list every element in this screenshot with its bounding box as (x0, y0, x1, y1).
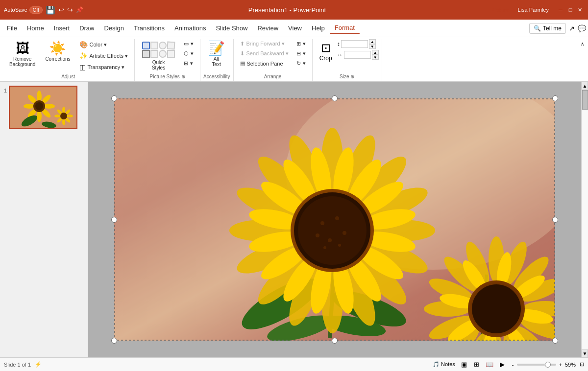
status-right: 🎵 Notes ▣ ⊞ 📖 ▶ - + 59% ⊡ (433, 359, 584, 370)
zoom-thumb[interactable] (545, 362, 551, 368)
tell-me-label: Tell me (543, 25, 562, 32)
zoom-percent: 59% (565, 362, 576, 368)
quick-styles-button[interactable]: QuickStyles (138, 39, 179, 73)
size-expand[interactable]: ⊕ (350, 74, 354, 79)
menu-insert[interactable]: Insert (49, 23, 75, 34)
menu-help[interactable]: Help (307, 23, 330, 34)
right-scrollbar: ▲ ▼ (581, 82, 588, 357)
menu-file[interactable]: File (2, 23, 22, 34)
style-swatch-7 (159, 50, 167, 58)
menu-draw[interactable]: Draw (74, 23, 99, 34)
selection-pane-button[interactable]: ▤ Selection Pane (237, 59, 292, 68)
zoom-slider[interactable] (517, 364, 556, 366)
scroll-up-button[interactable]: ▲ (582, 82, 588, 90)
send-backward-button[interactable]: ⬇ Send Backward ▾ (237, 49, 292, 58)
artistic-effects-label: Artistic Effects ▾ (90, 53, 128, 59)
height-input[interactable]: 7.5" (341, 40, 368, 48)
handle-middle-left[interactable] (111, 217, 117, 223)
autosave-toggle[interactable]: Off (29, 6, 43, 14)
status-left: Slide 1 of 1 ⚡ (4, 361, 42, 368)
slide-image[interactable] (114, 98, 555, 341)
color-icon: 🎨 (79, 41, 88, 48)
handle-bottom-right[interactable] (552, 338, 558, 344)
style-swatch-5 (142, 50, 150, 58)
tell-me-input[interactable]: 🔍 Tell me (529, 23, 566, 34)
undo-icon[interactable]: ↩ (58, 6, 64, 14)
zoom-plus-button[interactable]: + (558, 362, 563, 368)
arrange-content: ⬆ Bring Forward ▾ ⬇ Send Backward ▾ ▤ Se… (237, 39, 309, 73)
collapse-icon[interactable]: ∧ (581, 41, 584, 46)
menu-format[interactable]: Format (330, 22, 360, 34)
style-swatch-4 (167, 42, 175, 50)
handle-middle-right[interactable] (552, 217, 558, 223)
slide-thumbnail-1[interactable]: 1 (4, 86, 84, 129)
crop-button[interactable]: ⊡ Crop (316, 39, 336, 64)
width-down-button[interactable]: ▼ (372, 55, 379, 60)
transparency-button[interactable]: ◫ Transparency ▾ (76, 62, 132, 72)
redo-icon[interactable]: ↪ (67, 6, 73, 14)
bring-forward-button[interactable]: ⬆ Bring Forward ▾ (237, 39, 292, 48)
remove-background-button[interactable]: 🖼 RemoveBackground (5, 39, 40, 70)
slide-number-1: 1 (4, 88, 7, 93)
size-content: ⊡ Crop ↕ 7.5" ▲ ▼ ↔ 13.33" (316, 39, 379, 73)
reading-view-button[interactable]: 📖 (484, 359, 495, 370)
save-icon[interactable]: 💾 (46, 5, 55, 15)
alt-text-icon: 📝 (208, 42, 225, 55)
artistic-effects-button[interactable]: ✨ Artistic Effects ▾ (76, 50, 132, 61)
menu-home[interactable]: Home (22, 23, 49, 34)
customize-icon[interactable]: 📌 (76, 6, 83, 13)
handle-top-center[interactable] (332, 95, 338, 101)
width-spinners: ▲ ▼ (372, 50, 379, 60)
slide-sorter-button[interactable]: ⊞ (471, 359, 483, 370)
picture-styles-label: Picture Styles ⊕ (138, 73, 197, 80)
handle-bottom-center[interactable] (332, 338, 338, 344)
notes-button[interactable]: 🎵 Notes (433, 361, 455, 368)
height-down-button[interactable]: ▼ (369, 44, 376, 49)
width-input[interactable]: 13.33" (344, 51, 371, 59)
slide-preview-1[interactable] (9, 86, 77, 129)
crop-label: Crop (319, 55, 332, 62)
close-button[interactable]: ✕ (576, 6, 584, 14)
alt-text-button[interactable]: 📝 AltText (203, 39, 229, 70)
width-up-button[interactable]: ▲ (372, 50, 379, 55)
menu-view[interactable]: View (283, 23, 307, 34)
handle-bottom-left[interactable] (111, 338, 117, 344)
color-button[interactable]: 🎨 Color ▾ (76, 39, 132, 50)
maximize-button[interactable]: □ (566, 6, 574, 14)
fit-to-window-button[interactable]: ⊡ (580, 361, 584, 368)
slideshow-view-button[interactable]: ▶ (496, 359, 508, 370)
scroll-thumb[interactable] (582, 90, 588, 110)
menu-review[interactable]: Review (252, 23, 283, 34)
comment-icon[interactable]: 💬 (578, 24, 586, 32)
picture-effects-button[interactable]: ⬡ ▾ (180, 49, 197, 58)
ribbon-collapse[interactable]: ∧ (579, 39, 586, 81)
group-button[interactable]: ⊟ ▾ (293, 49, 309, 58)
normal-view-button[interactable]: ▣ (458, 359, 470, 370)
zoom-minus-button[interactable]: - (511, 362, 515, 368)
picture-effect-col: ▭ ▾ ⬡ ▾ ⊞ ▾ (180, 39, 197, 68)
align-button[interactable]: ⊞ ▾ (293, 39, 309, 48)
picture-border-button[interactable]: ▭ ▾ (180, 39, 197, 48)
svg-point-68 (335, 216, 339, 220)
artistic-effects-icon: ✨ (79, 52, 88, 60)
share-icon[interactable]: ↗ (569, 24, 575, 32)
svg-point-11 (35, 102, 43, 110)
picture-layout-button[interactable]: ⊞ ▾ (180, 59, 197, 68)
handle-top-left[interactable] (111, 95, 117, 101)
menu-slideshow[interactable]: Slide Show (211, 23, 252, 34)
corrections-button[interactable]: ☀️ Corrections (41, 39, 74, 64)
height-row: ↕ 7.5" ▲ ▼ (337, 39, 379, 49)
width-icon: ↔ (337, 51, 343, 58)
menu-design[interactable]: Design (99, 23, 129, 34)
height-up-button[interactable]: ▲ (369, 39, 376, 44)
scroll-down-button[interactable]: ▼ (582, 349, 588, 357)
remove-background-icon: 🖼 (16, 42, 29, 55)
menu-bar: File Home Insert Draw Design Transitions… (0, 20, 588, 37)
minimize-button[interactable]: ─ (557, 6, 564, 14)
menu-animations[interactable]: Animations (170, 23, 211, 34)
picture-styles-expand[interactable]: ⊕ (181, 74, 185, 79)
handle-top-right[interactable] (552, 95, 558, 101)
size-inputs: ↕ 7.5" ▲ ▼ ↔ 13.33" ▲ ▼ (337, 39, 379, 60)
menu-transitions[interactable]: Transitions (129, 23, 170, 34)
rotate-button[interactable]: ↻ ▾ (293, 59, 309, 68)
